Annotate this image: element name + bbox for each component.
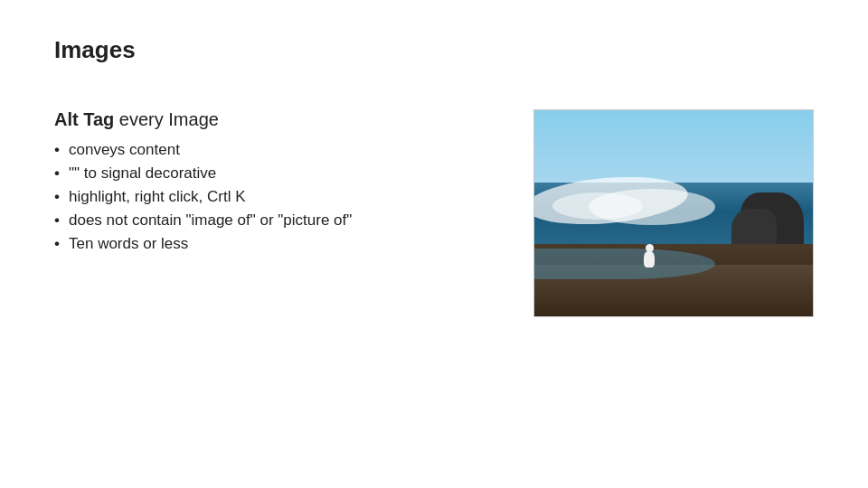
heading-normal-part: every Image — [114, 109, 219, 129]
main-heading: Alt Tag every Image — [54, 109, 479, 130]
heading-bold-part: Alt Tag — [54, 109, 114, 129]
beach-scene — [533, 109, 814, 317]
list-item: "" to signal decorative — [54, 164, 479, 183]
slide: Images Alt Tag every Image conveys conte… — [0, 0, 868, 488]
bullet-list: conveys content "" to signal decorative … — [54, 141, 479, 253]
list-item: highlight, right click, Crtl K — [54, 188, 479, 206]
wave-3 — [552, 192, 643, 220]
bird-figure — [640, 244, 658, 271]
bird-body — [644, 251, 655, 267]
list-item: Ten words or less — [54, 235, 479, 253]
list-item: does not contain "image of" or "picture … — [54, 211, 479, 230]
list-item: conveys content — [54, 141, 479, 159]
slide-title: Images — [54, 36, 814, 64]
beach-image-area — [533, 109, 814, 317]
shallow-water — [534, 249, 715, 279]
text-block: Alt Tag every Image conveys content "" t… — [54, 109, 479, 258]
content-area: Alt Tag every Image conveys content "" t… — [54, 109, 814, 317]
